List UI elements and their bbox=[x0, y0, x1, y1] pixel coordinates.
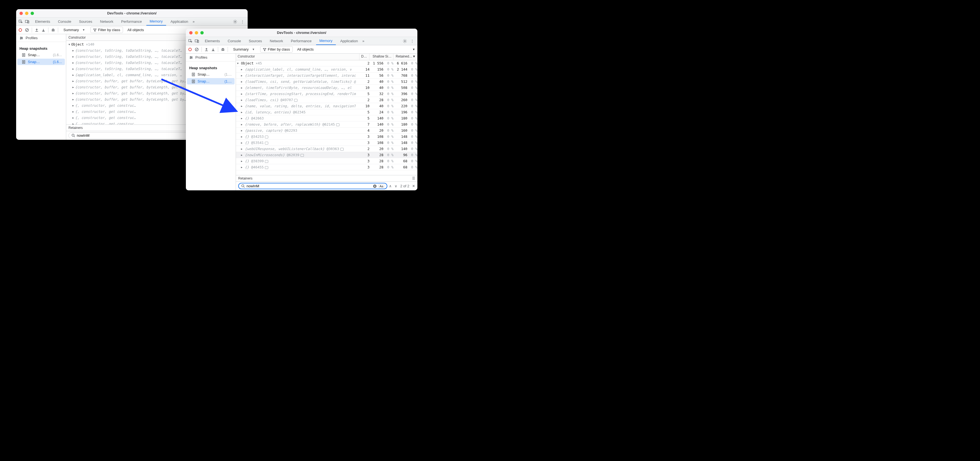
data-row[interactable]: ▶{loadTimes, csi} @49707 2 28 0 % 260 0 … bbox=[236, 97, 417, 103]
disclosure-triangle-icon[interactable]: ▶ bbox=[241, 154, 244, 157]
disclosure-triangle-open-icon[interactable]: ▼ bbox=[237, 62, 240, 65]
disclosure-triangle-icon[interactable]: ▶ bbox=[71, 66, 75, 72]
close-search-icon[interactable]: ✕ bbox=[412, 184, 415, 188]
class-filter[interactable]: Filter by class bbox=[91, 27, 123, 33]
view-dropdown[interactable]: Summary ▼ bbox=[61, 27, 88, 33]
tab-application[interactable]: Application bbox=[167, 17, 192, 25]
col-constructor[interactable]: Constructor bbox=[236, 54, 360, 60]
close-dot[interactable] bbox=[189, 31, 192, 35]
download-icon[interactable] bbox=[41, 28, 45, 32]
tab-sources[interactable]: Sources bbox=[245, 37, 266, 45]
zoom-dot[interactable] bbox=[200, 31, 204, 35]
tree-root[interactable]: ▼Object ×45 2 1 556 0 % 6 616 0 % bbox=[236, 60, 417, 67]
disclosure-triangle-icon[interactable]: ▶ bbox=[71, 103, 75, 109]
caret-down-icon[interactable]: ▼ bbox=[412, 48, 415, 51]
upload-icon[interactable] bbox=[35, 28, 39, 32]
data-row[interactable]: ▶{} @34253 3 108 0 % 148 0 % bbox=[236, 134, 417, 140]
tab-sources[interactable]: Sources bbox=[76, 17, 96, 25]
disclosure-triangle-icon[interactable]: ▶ bbox=[241, 74, 244, 77]
data-row[interactable]: ▶{passive, capture} @62293 4 20 0 % 160 … bbox=[236, 128, 417, 134]
disclosure-triangle-icon[interactable]: ▶ bbox=[71, 78, 75, 84]
clear-search-icon[interactable] bbox=[373, 184, 377, 188]
disclosure-triangle-icon[interactable]: ▶ bbox=[241, 166, 244, 169]
tab-console[interactable]: Console bbox=[54, 17, 75, 25]
close-dot[interactable] bbox=[19, 12, 23, 15]
disclosure-triangle-icon[interactable]: ▶ bbox=[241, 141, 244, 144]
data-row[interactable]: ▶{loadTimes, csi, send, getVariableValue… bbox=[236, 79, 417, 85]
disclosure-triangle-icon[interactable]: ▶ bbox=[71, 115, 75, 121]
snapshot-item[interactable]: Snap…(1.6… bbox=[17, 59, 65, 65]
disclosure-triangle-open-icon[interactable]: ▼ bbox=[67, 41, 71, 48]
disclosure-triangle-icon[interactable]: ▶ bbox=[241, 105, 244, 108]
objects-filter-label[interactable]: All objects bbox=[126, 28, 144, 32]
titlebar[interactable]: DevTools - chrome://version/ bbox=[186, 29, 417, 37]
inspect-icon[interactable] bbox=[18, 19, 23, 24]
minimize-dot[interactable] bbox=[195, 31, 198, 35]
disclosure-triangle-icon[interactable]: ▶ bbox=[241, 80, 244, 83]
data-row[interactable]: ▶{remove, before, after, replaceWith} @6… bbox=[236, 122, 417, 128]
clear-icon[interactable] bbox=[25, 28, 29, 32]
data-row[interactable]: ▶{name, value, rating, delta, entries, i… bbox=[236, 103, 417, 109]
tab-application[interactable]: Application bbox=[337, 37, 361, 45]
next-match-icon[interactable]: ∨ bbox=[395, 184, 397, 188]
data-row[interactable]: ▶{element, timeToFirstByte, resourceLoad… bbox=[236, 85, 417, 91]
disclosure-triangle-icon[interactable]: ▶ bbox=[241, 117, 244, 120]
snapshot-item[interactable]: Snap…(1.6… bbox=[17, 52, 65, 58]
disclosure-triangle-icon[interactable]: ▶ bbox=[241, 99, 244, 101]
tab-network[interactable]: Network bbox=[97, 17, 117, 25]
tab-performance[interactable]: Performance bbox=[288, 37, 315, 45]
data-row[interactable]: ▶{} @53541 3 108 0 % 148 0 % bbox=[236, 140, 417, 146]
disclosure-triangle-icon[interactable]: ▶ bbox=[71, 84, 75, 90]
tab-elements[interactable]: Elements bbox=[32, 17, 53, 25]
data-row[interactable]: ▶{interactionTarget, interactionTargetEl… bbox=[236, 73, 417, 79]
objects-filter-label[interactable]: All objects bbox=[296, 47, 313, 51]
disclosure-triangle-icon[interactable]: ▶ bbox=[241, 68, 244, 71]
download-icon[interactable] bbox=[211, 48, 215, 51]
class-filter[interactable]: Filter by class bbox=[260, 46, 293, 52]
data-row[interactable]: ▶{} @42663 5 140 0 % 180 0 % bbox=[236, 115, 417, 122]
tab-network[interactable]: Network bbox=[267, 37, 286, 45]
disclosure-triangle-icon[interactable]: ▶ bbox=[71, 54, 75, 60]
gear-icon[interactable] bbox=[402, 39, 407, 43]
tab-console[interactable]: Console bbox=[224, 37, 244, 45]
tab-memory[interactable]: Memory bbox=[146, 17, 166, 25]
zoom-dot[interactable] bbox=[30, 12, 34, 15]
snapshot-item[interactable]: Snap…(1.… bbox=[187, 71, 235, 78]
disclosure-triangle-icon[interactable]: ▶ bbox=[71, 72, 75, 78]
window-controls[interactable] bbox=[19, 12, 34, 15]
data-row[interactable]: ▶{application_label, cl, command_line, …… bbox=[236, 67, 417, 73]
more-tabs-icon[interactable]: » bbox=[362, 39, 364, 43]
data-row[interactable]: ▶{startTime, processingStart, processing… bbox=[236, 91, 417, 97]
search-input[interactable] bbox=[247, 184, 371, 188]
match-case-toggle[interactable]: Aa bbox=[379, 184, 384, 188]
search-input-wrap[interactable]: Aa bbox=[238, 183, 387, 189]
record-icon[interactable] bbox=[18, 28, 22, 32]
more-tabs-icon[interactable]: » bbox=[192, 19, 194, 24]
disclosure-triangle-icon[interactable]: ▶ bbox=[241, 86, 244, 89]
col-shallow-size[interactable]: Shallow Si… bbox=[369, 54, 393, 60]
disclosure-triangle-icon[interactable]: ▶ bbox=[71, 121, 75, 125]
snapshot-item[interactable]: Snap…(1.… bbox=[187, 78, 235, 84]
inspect-icon[interactable] bbox=[188, 39, 192, 43]
disclosure-triangle-icon[interactable]: ▶ bbox=[241, 92, 244, 95]
disclosure-triangle-icon[interactable]: ▶ bbox=[241, 123, 244, 126]
data-row[interactable]: ▶{nowInMicroseconds} @62039 3 28 0 % 96 … bbox=[236, 152, 417, 158]
view-dropdown[interactable]: Summary ▼ bbox=[231, 46, 258, 52]
device-icon[interactable] bbox=[195, 39, 199, 43]
disclosure-triangle-icon[interactable]: ▶ bbox=[241, 147, 244, 150]
gc-icon[interactable] bbox=[221, 48, 225, 51]
disclosure-triangle-icon[interactable]: ▶ bbox=[71, 97, 75, 103]
disclosure-triangle-icon[interactable]: ▶ bbox=[241, 129, 244, 132]
disclosure-triangle-icon[interactable]: ▶ bbox=[71, 90, 75, 97]
disclosure-triangle-icon[interactable]: ▶ bbox=[71, 48, 75, 54]
kebab-icon[interactable]: ⋮ bbox=[410, 39, 414, 43]
data-row[interactable]: ▶{id, latency, entries} @62345 5 24 0 % … bbox=[236, 109, 417, 115]
tab-performance[interactable]: Performance bbox=[118, 17, 145, 25]
disclosure-triangle-icon[interactable]: ▶ bbox=[241, 135, 244, 138]
record-icon[interactable] bbox=[188, 48, 192, 51]
tab-elements[interactable]: Elements bbox=[202, 37, 223, 45]
device-icon[interactable] bbox=[25, 19, 30, 24]
col-distance[interactable]: Di… bbox=[360, 54, 369, 60]
data-row[interactable]: ▶{} @38399 3 28 0 % 68 0 % bbox=[236, 158, 417, 164]
tab-memory[interactable]: Memory bbox=[316, 37, 336, 45]
